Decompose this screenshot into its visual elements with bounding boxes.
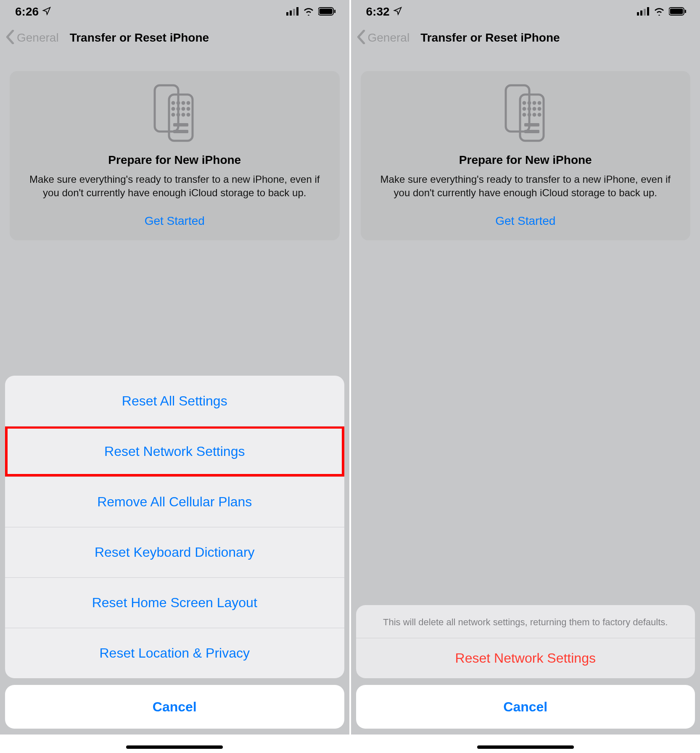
svg-point-17 [172, 114, 174, 116]
prepare-card: Prepare for New iPhone Make sure everyth… [361, 71, 691, 240]
prepare-card: Prepare for New iPhone Make sure everyth… [10, 71, 340, 240]
status-time: 6:32 [366, 5, 390, 18]
svg-rect-25 [644, 9, 646, 16]
svg-point-40 [523, 114, 525, 116]
status-time: 6:26 [15, 5, 39, 18]
remove-cellular-plans-item[interactable]: Remove All Cellular Plans [5, 477, 344, 527]
svg-rect-24 [640, 11, 642, 16]
status-right [637, 5, 687, 18]
svg-rect-28 [670, 8, 683, 14]
cancel-button[interactable]: Cancel [356, 685, 695, 729]
reset-keyboard-dictionary-item[interactable]: Reset Keyboard Dictionary [5, 527, 344, 577]
svg-rect-45 [524, 130, 539, 133]
wifi-icon [654, 5, 665, 18]
battery-icon [318, 5, 336, 18]
action-sheet: Reset All Settings Reset Network Setting… [5, 376, 344, 753]
home-indicator[interactable] [126, 745, 223, 749]
card-title: Prepare for New iPhone [21, 153, 328, 167]
sheet-header: This will delete all network settings, r… [356, 605, 695, 638]
svg-rect-21 [173, 123, 188, 126]
status-left: 6:26 [15, 5, 51, 18]
svg-point-12 [188, 102, 189, 104]
back-chevron-icon[interactable] [6, 30, 14, 46]
svg-rect-29 [685, 10, 686, 13]
screenshot-left: 6:26 General Transfer or Reset iPhone [0, 0, 349, 753]
svg-point-39 [539, 108, 540, 110]
svg-point-11 [182, 102, 184, 104]
card-desc: Make sure everything's ready to transfer… [21, 173, 328, 200]
sheet-group: Reset All Settings Reset Network Setting… [5, 376, 344, 678]
svg-rect-23 [637, 12, 639, 16]
status-left: 6:32 [366, 5, 402, 18]
back-chevron-icon[interactable] [357, 30, 365, 46]
svg-point-35 [539, 102, 540, 104]
svg-point-9 [172, 102, 174, 104]
back-label[interactable]: General [17, 31, 59, 45]
reset-network-settings-confirm[interactable]: Reset Network Settings [356, 638, 695, 678]
signal-icon [637, 5, 650, 18]
nav-title: Transfer or Reset iPhone [70, 31, 209, 45]
svg-point-16 [188, 108, 189, 110]
svg-point-19 [182, 114, 184, 116]
svg-point-32 [523, 102, 525, 104]
get-started-link[interactable]: Get Started [21, 214, 328, 228]
svg-rect-3 [296, 7, 298, 16]
reset-all-settings-item[interactable]: Reset All Settings [5, 376, 344, 426]
card-title: Prepare for New iPhone [372, 153, 679, 167]
location-icon [42, 5, 51, 18]
obscured-row [351, 735, 700, 753]
status-bar: 6:32 [351, 0, 700, 23]
svg-point-41 [528, 114, 530, 116]
svg-point-13 [172, 108, 174, 110]
svg-point-18 [177, 114, 179, 116]
svg-point-43 [539, 114, 540, 116]
reset-network-settings-item[interactable]: Reset Network Settings [5, 426, 344, 477]
cancel-button[interactable]: Cancel [5, 685, 344, 729]
svg-rect-22 [173, 130, 188, 133]
svg-point-36 [523, 108, 525, 110]
nav-bar: General Transfer or Reset iPhone [351, 23, 700, 53]
svg-point-34 [534, 102, 535, 104]
nav-bar: General Transfer or Reset iPhone [0, 23, 349, 53]
obscured-row [0, 735, 349, 753]
svg-point-10 [177, 102, 179, 104]
reset-location-privacy-item[interactable]: Reset Location & Privacy [5, 628, 344, 678]
svg-rect-5 [319, 8, 332, 14]
wifi-icon [303, 5, 314, 18]
svg-rect-6 [334, 10, 335, 13]
location-icon [393, 5, 402, 18]
svg-point-14 [177, 108, 179, 110]
svg-rect-1 [290, 11, 292, 16]
svg-point-42 [534, 114, 535, 116]
signal-icon [286, 5, 299, 18]
home-indicator[interactable] [477, 745, 574, 749]
battery-icon [669, 5, 687, 18]
action-sheet: This will delete all network settings, r… [356, 605, 695, 753]
status-right [286, 5, 336, 18]
nav-title: Transfer or Reset iPhone [420, 31, 560, 45]
svg-point-15 [182, 108, 184, 110]
sheet-group: This will delete all network settings, r… [356, 605, 695, 678]
card-desc: Make sure everything's ready to transfer… [372, 173, 679, 200]
status-bar: 6:26 [0, 0, 349, 23]
get-started-link[interactable]: Get Started [372, 214, 679, 228]
back-label[interactable]: General [368, 31, 410, 45]
reset-home-screen-layout-item[interactable]: Reset Home Screen Layout [5, 577, 344, 628]
svg-rect-44 [524, 123, 539, 126]
svg-point-33 [528, 102, 530, 104]
svg-point-20 [188, 114, 189, 116]
svg-point-37 [528, 108, 530, 110]
screenshot-right: 6:32 General Transfer or Reset iPhone [351, 0, 700, 753]
svg-rect-0 [286, 12, 288, 16]
svg-rect-26 [647, 7, 649, 16]
phones-icon [21, 83, 328, 145]
svg-rect-2 [293, 9, 295, 16]
svg-point-38 [534, 108, 535, 110]
phones-icon [372, 83, 679, 145]
